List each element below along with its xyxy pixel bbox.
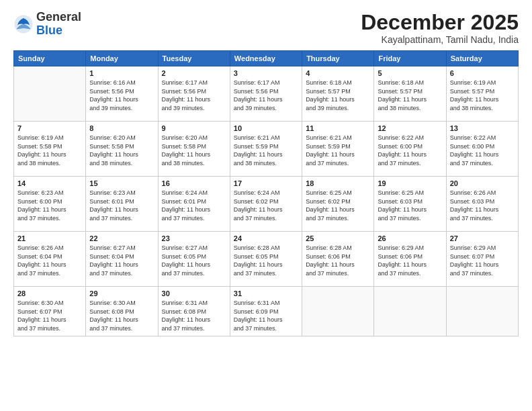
day-info: Sunrise: 6:25 AMSunset: 6:03 PMDaylight:… (378, 189, 442, 222)
day-info: Sunrise: 6:16 AMSunset: 5:56 PMDaylight:… (89, 79, 154, 112)
day-info: Sunrise: 6:23 AMSunset: 6:01 PMDaylight:… (89, 189, 154, 222)
calendar-cell: 18Sunrise: 6:25 AMSunset: 6:02 PMDayligh… (302, 177, 374, 232)
day-number: 8 (89, 124, 154, 132)
calendar-cell: 8Sunrise: 6:20 AMSunset: 5:58 PMDaylight… (86, 122, 158, 177)
logo-general-text: General (36, 11, 81, 24)
day-number: 2 (162, 69, 226, 77)
day-number: 11 (306, 124, 370, 132)
calendar-cell: 26Sunrise: 6:29 AMSunset: 6:06 PMDayligh… (374, 232, 446, 287)
day-number: 20 (450, 179, 515, 187)
calendar-cell: 1Sunrise: 6:16 AMSunset: 5:56 PMDaylight… (86, 66, 158, 122)
day-info: Sunrise: 6:26 AMSunset: 6:04 PMDaylight:… (17, 244, 82, 277)
day-number: 17 (234, 179, 298, 187)
day-info: Sunrise: 6:19 AMSunset: 5:58 PMDaylight:… (17, 134, 82, 167)
day-number: 22 (89, 234, 154, 242)
day-number: 27 (450, 234, 515, 242)
day-number: 18 (306, 179, 370, 187)
month-title: December 2025 (361, 11, 519, 34)
page: General Blue December 2025 Kayalpattinam… (0, 0, 532, 411)
day-info: Sunrise: 6:31 AMSunset: 6:08 PMDaylight:… (162, 299, 226, 332)
day-number: 15 (89, 179, 154, 187)
calendar-cell: 3Sunrise: 6:17 AMSunset: 5:56 PMDaylight… (230, 66, 302, 122)
day-number: 14 (17, 179, 82, 187)
calendar-week-1: 1Sunrise: 6:16 AMSunset: 5:56 PMDaylight… (14, 66, 519, 122)
header: General Blue December 2025 Kayalpattinam… (13, 11, 519, 45)
calendar-cell: 21Sunrise: 6:26 AMSunset: 6:04 PMDayligh… (14, 232, 86, 287)
calendar-cell: 14Sunrise: 6:23 AMSunset: 6:00 PMDayligh… (14, 177, 86, 232)
day-number: 10 (234, 124, 298, 132)
day-number: 19 (378, 179, 442, 187)
day-info: Sunrise: 6:18 AMSunset: 5:57 PMDaylight:… (378, 79, 442, 112)
day-number: 30 (162, 289, 226, 298)
calendar-cell: 30Sunrise: 6:31 AMSunset: 6:08 PMDayligh… (158, 287, 230, 336)
calendar-cell: 15Sunrise: 6:23 AMSunset: 6:01 PMDayligh… (86, 177, 158, 232)
location: Kayalpattinam, Tamil Nadu, India (361, 34, 519, 45)
day-info: Sunrise: 6:30 AMSunset: 6:07 PMDaylight:… (17, 299, 82, 332)
day-info: Sunrise: 6:23 AMSunset: 6:00 PMDaylight:… (17, 189, 82, 222)
day-number: 23 (162, 234, 226, 242)
calendar-cell: 17Sunrise: 6:24 AMSunset: 6:02 PMDayligh… (230, 177, 302, 232)
logo-icon (13, 14, 34, 34)
day-info: Sunrise: 6:26 AMSunset: 6:03 PMDaylight:… (450, 189, 515, 222)
day-info: Sunrise: 6:22 AMSunset: 6:00 PMDaylight:… (450, 134, 515, 167)
calendar-cell: 6Sunrise: 6:19 AMSunset: 5:57 PMDaylight… (446, 66, 518, 122)
logo-blue-text: Blue (36, 24, 81, 38)
calendar-cell: 29Sunrise: 6:30 AMSunset: 6:08 PMDayligh… (86, 287, 158, 336)
header-friday: Friday (374, 51, 446, 66)
calendar-week-4: 21Sunrise: 6:26 AMSunset: 6:04 PMDayligh… (14, 232, 519, 287)
day-info: Sunrise: 6:21 AMSunset: 5:59 PMDaylight:… (306, 134, 370, 167)
calendar-week-2: 7Sunrise: 6:19 AMSunset: 5:58 PMDaylight… (14, 122, 519, 177)
calendar-week-5: 28Sunrise: 6:30 AMSunset: 6:07 PMDayligh… (14, 287, 519, 336)
day-number: 6 (450, 69, 515, 77)
calendar-cell: 25Sunrise: 6:28 AMSunset: 6:06 PMDayligh… (302, 232, 374, 287)
day-number: 13 (450, 124, 515, 132)
day-number: 26 (378, 234, 442, 242)
day-number: 7 (17, 124, 82, 132)
day-number: 21 (17, 234, 82, 242)
day-info: Sunrise: 6:17 AMSunset: 5:56 PMDaylight:… (234, 79, 298, 112)
day-info: Sunrise: 6:17 AMSunset: 5:56 PMDaylight:… (162, 79, 226, 112)
calendar-cell: 4Sunrise: 6:18 AMSunset: 5:57 PMDaylight… (302, 66, 374, 122)
header-tuesday: Tuesday (158, 51, 230, 66)
calendar-cell: 10Sunrise: 6:21 AMSunset: 5:59 PMDayligh… (230, 122, 302, 177)
day-info: Sunrise: 6:27 AMSunset: 6:04 PMDaylight:… (89, 244, 154, 277)
day-info: Sunrise: 6:22 AMSunset: 6:00 PMDaylight:… (378, 134, 442, 167)
calendar-cell: 16Sunrise: 6:24 AMSunset: 6:01 PMDayligh… (158, 177, 230, 232)
calendar-cell: 22Sunrise: 6:27 AMSunset: 6:04 PMDayligh… (86, 232, 158, 287)
day-number: 16 (162, 179, 226, 187)
header-monday: Monday (86, 51, 158, 66)
day-info: Sunrise: 6:20 AMSunset: 5:58 PMDaylight:… (162, 134, 226, 167)
day-info: Sunrise: 6:21 AMSunset: 5:59 PMDaylight:… (234, 134, 298, 167)
calendar-cell: 19Sunrise: 6:25 AMSunset: 6:03 PMDayligh… (374, 177, 446, 232)
calendar-week-3: 14Sunrise: 6:23 AMSunset: 6:00 PMDayligh… (14, 177, 519, 232)
calendar-cell (302, 287, 374, 336)
day-info: Sunrise: 6:25 AMSunset: 6:02 PMDaylight:… (306, 189, 370, 222)
header-row: Sunday Monday Tuesday Wednesday Thursday… (14, 51, 519, 66)
calendar-cell: 24Sunrise: 6:28 AMSunset: 6:05 PMDayligh… (230, 232, 302, 287)
calendar-cell: 5Sunrise: 6:18 AMSunset: 5:57 PMDaylight… (374, 66, 446, 122)
day-info: Sunrise: 6:24 AMSunset: 6:01 PMDaylight:… (162, 189, 226, 222)
day-number: 29 (89, 289, 154, 298)
day-number: 5 (378, 69, 442, 77)
day-info: Sunrise: 6:30 AMSunset: 6:08 PMDaylight:… (89, 299, 154, 332)
calendar-cell (14, 66, 86, 122)
calendar-cell: 12Sunrise: 6:22 AMSunset: 6:00 PMDayligh… (374, 122, 446, 177)
calendar-cell: 7Sunrise: 6:19 AMSunset: 5:58 PMDaylight… (14, 122, 86, 177)
calendar-table: Sunday Monday Tuesday Wednesday Thursday… (13, 50, 519, 336)
logo: General Blue (13, 11, 81, 38)
day-info: Sunrise: 6:28 AMSunset: 6:05 PMDaylight:… (234, 244, 298, 277)
calendar-cell: 13Sunrise: 6:22 AMSunset: 6:00 PMDayligh… (446, 122, 518, 177)
day-info: Sunrise: 6:28 AMSunset: 6:06 PMDaylight:… (306, 244, 370, 277)
logo-text: General Blue (36, 11, 81, 38)
calendar-cell: 9Sunrise: 6:20 AMSunset: 5:58 PMDaylight… (158, 122, 230, 177)
calendar-body: 1Sunrise: 6:16 AMSunset: 5:56 PMDaylight… (14, 66, 519, 336)
calendar-cell: 23Sunrise: 6:27 AMSunset: 6:05 PMDayligh… (158, 232, 230, 287)
calendar-cell: 2Sunrise: 6:17 AMSunset: 5:56 PMDaylight… (158, 66, 230, 122)
header-thursday: Thursday (302, 51, 374, 66)
day-number: 24 (234, 234, 298, 242)
day-number: 28 (17, 289, 82, 298)
day-info: Sunrise: 6:29 AMSunset: 6:07 PMDaylight:… (450, 244, 515, 277)
day-info: Sunrise: 6:31 AMSunset: 6:09 PMDaylight:… (234, 299, 298, 332)
day-info: Sunrise: 6:20 AMSunset: 5:58 PMDaylight:… (89, 134, 154, 167)
calendar-cell: 27Sunrise: 6:29 AMSunset: 6:07 PMDayligh… (446, 232, 518, 287)
